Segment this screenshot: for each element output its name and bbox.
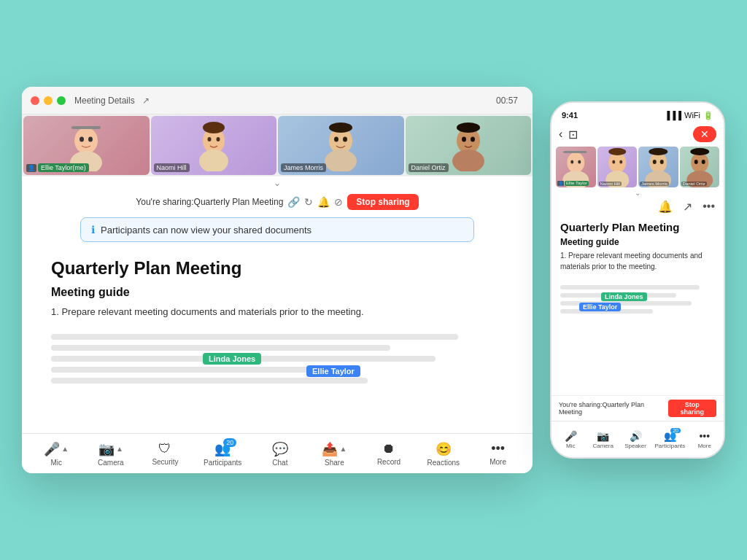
document-area: Quarterly Plan Meeting Meeting guide 1. …	[22, 245, 533, 433]
phone-cursor-ellie: Ellie Taylor	[579, 303, 621, 311]
phone-toolbar-more[interactable]: ••• More	[692, 430, 718, 449]
mic-label: Mic	[51, 459, 63, 467]
phone-participants-label: Participants	[655, 443, 686, 449]
stop-sharing-button[interactable]: Stop sharing	[347, 194, 418, 210]
phone-doc-subtitle: Meeting guide	[560, 237, 715, 247]
toolbar-reactions[interactable]: 😊 Reactions	[427, 441, 460, 467]
participant-video-4[interactable]: Daniel Ortiz	[406, 116, 532, 175]
phone-nav: ‹ ⊡ ✕	[551, 123, 724, 145]
camera-arrow: ▲	[116, 445, 123, 453]
participant-name-3: James Morris	[281, 163, 326, 172]
phone-toolbar-speaker[interactable]: 🔊 Speaker	[622, 430, 649, 449]
maximize-button[interactable]	[57, 96, 66, 105]
phone-time: 9:41	[562, 111, 578, 120]
toolbar-more[interactable]: ••• More	[482, 441, 514, 466]
wifi-icon: WiFi	[684, 111, 700, 120]
phone-participant-2[interactable]: Naomi Hill	[597, 147, 638, 187]
participant-name-4: Daniel Ortiz	[409, 163, 449, 172]
svg-rect-24	[563, 151, 587, 153]
svg-point-16	[452, 149, 484, 171]
participant-video-3[interactable]: James Morris	[278, 116, 404, 175]
svg-point-2	[80, 136, 84, 141]
more-icon[interactable]: ⊘	[334, 196, 343, 208]
security-label: Security	[152, 458, 178, 466]
phone-end-call-button[interactable]: ✕	[693, 126, 716, 142]
doc-line	[51, 367, 322, 373]
link-icon[interactable]: 🔗	[287, 196, 300, 208]
phone-screen-share-icon[interactable]: ⊡	[568, 128, 578, 141]
phone-sharing-bar: You're sharing:Quarterly Plan Meeting St…	[551, 395, 724, 421]
doc-line	[51, 378, 368, 384]
svg-point-39	[690, 148, 709, 155]
sharing-bar: You're sharing:Quarterly Plan Meeting 🔗 …	[22, 190, 533, 214]
svg-point-12	[334, 136, 338, 141]
desktop-window: Meeting Details ↗ 00:57 👤	[22, 87, 533, 473]
phone-participant-label-4: Daniel Ortiz	[681, 182, 707, 186]
notification-banner: ℹ Participants can now view your shared …	[80, 217, 474, 242]
bell-icon[interactable]: 🔔	[317, 196, 330, 208]
phone-speaker-icon: 🔊	[630, 430, 642, 442]
phone-bell-icon[interactable]: 🔔	[658, 200, 673, 214]
close-button[interactable]	[31, 96, 39, 105]
svg-point-7	[207, 137, 211, 141]
phone-more-icon[interactable]: •••	[703, 200, 715, 214]
phone-participants-icon: 👥20	[664, 430, 676, 442]
refresh-icon[interactable]: ↻	[304, 196, 313, 208]
phone-collapse-chevron[interactable]: ⌄	[551, 189, 724, 197]
phone-participant-4[interactable]: Daniel Ortiz	[680, 147, 720, 187]
toolbar-share[interactable]: 📤 ▲ Share	[318, 441, 350, 467]
record-icon: ⏺	[382, 441, 395, 456]
phone-participant-1[interactable]: 👤 Ellie Taylor	[556, 147, 596, 187]
svg-point-11	[325, 149, 357, 171]
phone-toolbar-participants[interactable]: 👥20 Participants	[655, 430, 686, 449]
mic-icon: 🎤	[44, 441, 60, 457]
minimize-button[interactable]	[44, 96, 53, 105]
reactions-label: Reactions	[427, 459, 460, 467]
more-icon: •••	[491, 441, 505, 456]
participant-video-1[interactable]: 👤 Ellie Taylor(me)	[23, 116, 150, 175]
cursor-ellie-taylor: Ellie Taylor	[306, 365, 360, 377]
phone-toolbar-mic[interactable]: 🎤 Mic	[557, 430, 584, 449]
avatar-face-3	[319, 120, 363, 171]
toolbar-camera[interactable]: 📷 ▲ Camera	[95, 441, 127, 467]
share-icon[interactable]: ↗	[142, 96, 150, 106]
phone-stop-sharing-button[interactable]: Stop sharing	[668, 400, 716, 417]
document-body: 1. Prepare relevant meeting documents an…	[51, 305, 503, 319]
toolbar-security[interactable]: 🛡 Security	[149, 441, 181, 466]
phone-self-label: Ellie Taylor	[565, 181, 589, 186]
meeting-timer: 00:57	[496, 96, 518, 106]
participants-badge: 20	[223, 438, 236, 447]
collapse-strip-chevron[interactable]: ⌄	[22, 176, 533, 190]
phone-share-icon[interactable]: ↗	[683, 200, 692, 214]
phone-document-area: Quarterly Plan Meeting Meeting guide 1. …	[551, 217, 724, 395]
camera-icon: 📷	[98, 441, 115, 457]
phone-participant-3[interactable]: James Morris	[638, 147, 678, 187]
phone-toolbar-camera[interactable]: 📷 Camera	[590, 430, 616, 449]
toolbar-chat[interactable]: 💬 Chat	[264, 441, 296, 467]
phone-more-label: More	[698, 443, 711, 449]
svg-point-29	[608, 148, 626, 155]
notification-text: Participants can now view your shared do…	[101, 225, 311, 236]
toolbar-record[interactable]: ⏺ Record	[373, 441, 405, 466]
participant-video-2[interactable]: Naomi Hill	[151, 116, 277, 175]
sharing-status-text: You're sharing:Quarterly Plan Meeting	[136, 197, 283, 207]
chat-label: Chat	[272, 459, 287, 467]
svg-point-0	[74, 128, 98, 154]
phone-participant-label-2: Naomi Hill	[599, 182, 622, 186]
phone-toolbar: 🎤 Mic 📷 Camera 🔊 Speaker 👥20 Participant…	[551, 421, 724, 457]
toolbar-participants[interactable]: 👥20 Participants	[204, 441, 241, 467]
more-label: More	[489, 458, 506, 466]
participants-icon: 👥20	[214, 441, 231, 457]
phone-actions: 🔔 ↗ •••	[551, 197, 724, 217]
svg-point-18	[471, 136, 475, 141]
svg-point-17	[462, 136, 466, 141]
phone-camera-icon: 📷	[597, 430, 609, 442]
self-badge: 👤 Ellie Taylor(me)	[26, 163, 89, 172]
svg-point-34	[649, 148, 667, 155]
phone-back-button[interactable]: ‹	[559, 128, 562, 141]
phone-status-icons: ▐▐▐ WiFi 🔋	[665, 111, 713, 120]
svg-point-27	[612, 160, 615, 164]
toolbar-mic[interactable]: 🎤 ▲ Mic	[40, 441, 72, 467]
svg-point-38	[701, 160, 705, 164]
phone-doc-title: Quarterly Plan Meeting	[560, 221, 715, 233]
